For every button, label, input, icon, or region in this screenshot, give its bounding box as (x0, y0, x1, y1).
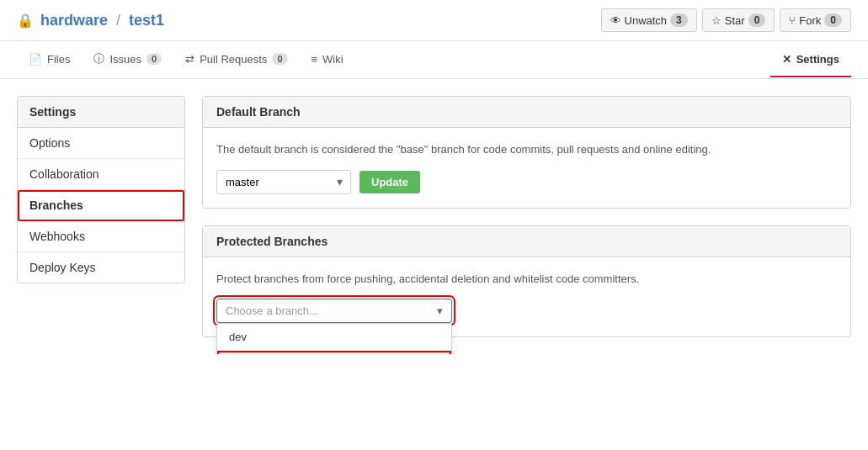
unwatch-label: Unwatch (625, 14, 668, 27)
sidebar-branches-label: Branches (29, 199, 83, 212)
default-branch-body: The default branch is considered the "ba… (203, 128, 850, 208)
branch-option-dev[interactable]: dev (217, 324, 451, 351)
content-area: Default Branch The default branch is con… (202, 96, 851, 337)
issues-icon: ⓘ (93, 51, 104, 66)
wiki-icon: ≡ (312, 53, 318, 66)
star-count: 0 (748, 13, 766, 27)
repo-name-link[interactable]: test1 (129, 12, 164, 29)
lock-icon: 🔒 (17, 13, 34, 29)
tab-settings[interactable]: ✕ Settings (770, 43, 851, 77)
protected-branches-section: Protected Branches Protect branches from… (202, 225, 851, 338)
branch-select-wrapper: master dev (216, 170, 351, 194)
settings-sidebar: Settings Options Collaboration Branches … (17, 96, 185, 283)
tab-files-label: Files (47, 53, 70, 66)
star-label: Star (725, 14, 745, 27)
sidebar-options-label: Options (29, 136, 70, 150)
fork-button[interactable]: ⑂ Fork 0 (780, 8, 851, 32)
tab-issues[interactable]: ⓘ Issues 0 (82, 41, 173, 78)
protected-branches-title: Protected Branches (203, 226, 850, 257)
tab-settings-label: Settings (796, 53, 839, 66)
pr-icon: ⇄ (185, 53, 194, 66)
dropdown-arrow-icon: ▾ (437, 304, 443, 317)
eye-icon: 👁 (610, 14, 621, 27)
repo-owner-link[interactable]: hardware (40, 12, 108, 29)
branch-dropdown-container: Choose a branch... ▾ dev master (216, 299, 452, 323)
branch-option-master[interactable]: master (217, 351, 451, 354)
top-header: 🔒 hardware / test1 👁 Unwatch 3 ☆ Star 0 … (0, 0, 868, 41)
sidebar-item-options[interactable]: Options (18, 128, 184, 159)
protected-branches-desc: Protect branches from force pushing, acc… (216, 271, 837, 288)
tab-files[interactable]: 📄 Files (17, 43, 82, 77)
update-branch-button[interactable]: Update (359, 171, 420, 193)
branch-placeholder: Choose a branch... (226, 304, 318, 317)
settings-icon: ✕ (782, 53, 791, 66)
tab-wiki[interactable]: ≡ Wiki (300, 43, 355, 77)
branch-dev-label: dev (229, 331, 247, 343)
sidebar-collaboration-label: Collaboration (29, 167, 99, 181)
tab-pull-requests[interactable]: ⇄ Pull Requests 0 (173, 43, 299, 77)
tab-issues-label: Issues (109, 53, 141, 66)
repo-separator: / (116, 12, 120, 29)
header-actions: 👁 Unwatch 3 ☆ Star 0 ⑂ Fork 0 (601, 8, 851, 32)
star-icon: ☆ (711, 14, 722, 27)
sidebar-heading: Settings (18, 97, 184, 128)
unwatch-button[interactable]: 👁 Unwatch 3 (601, 8, 697, 32)
fork-count: 0 (824, 13, 842, 27)
sidebar-webhooks-label: Webhooks (29, 230, 85, 243)
star-button[interactable]: ☆ Star 0 (702, 8, 775, 32)
sidebar-deploy-keys-label: Deploy Keys (29, 261, 96, 274)
repo-title: 🔒 hardware / test1 (17, 12, 164, 29)
tab-pr-label: Pull Requests (200, 53, 267, 66)
default-branch-select[interactable]: master dev (216, 170, 351, 194)
branch-dropdown-menu: dev master (216, 323, 452, 354)
sidebar-item-collaboration[interactable]: Collaboration (18, 159, 184, 190)
default-branch-desc: The default branch is considered the "ba… (216, 141, 837, 158)
issues-badge: 0 (146, 53, 162, 65)
sidebar-item-webhooks[interactable]: Webhooks (18, 221, 184, 252)
tab-wiki-label: Wiki (322, 53, 343, 66)
fork-icon: ⑂ (789, 14, 796, 27)
main-content: Settings Options Collaboration Branches … (0, 79, 868, 354)
pr-badge: 0 (272, 53, 287, 65)
files-icon: 📄 (29, 53, 42, 66)
sidebar-item-deploy-keys[interactable]: Deploy Keys (18, 252, 184, 283)
choose-branch-dropdown[interactable]: Choose a branch... ▾ (216, 299, 452, 323)
default-branch-section: Default Branch The default branch is con… (202, 96, 851, 209)
watch-count: 3 (670, 13, 688, 27)
protected-branches-body: Protect branches from force pushing, acc… (203, 257, 850, 337)
sidebar-item-branches[interactable]: Branches (18, 190, 184, 221)
nav-tabs: 📄 Files ⓘ Issues 0 ⇄ Pull Requests 0 ≡ W… (0, 41, 868, 79)
fork-label: Fork (799, 14, 821, 27)
branch-row: master dev Update (216, 170, 837, 194)
default-branch-title: Default Branch (203, 97, 850, 128)
